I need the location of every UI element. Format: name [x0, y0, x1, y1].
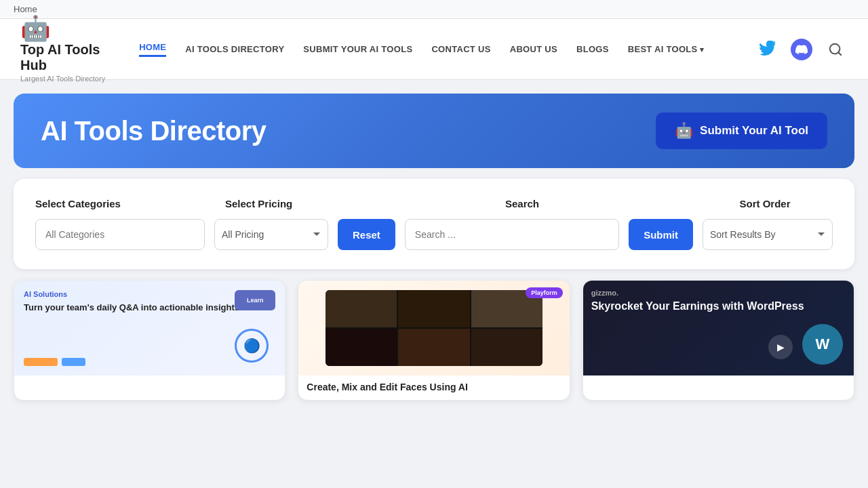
pricing-label: Select Pricing	[225, 198, 347, 209]
main-nav: HOME AI TOOLS DIRECTORY SUBMIT YOUR AI T…	[139, 42, 755, 57]
twitter-icon[interactable]	[755, 37, 780, 62]
card-2-headline: Create, Mix and Edit Faces Using AI	[307, 381, 561, 393]
nav-blogs[interactable]: BLOGS	[576, 44, 609, 54]
card-1-image: AI Solutions Turn your team's daily Q&A …	[14, 281, 285, 375]
discord-icon[interactable]	[791, 39, 812, 60]
nav-about[interactable]: ABOUT US	[510, 44, 557, 54]
card-2-content: Create, Mix and Edit Faces Using AI	[298, 375, 569, 400]
category-input[interactable]	[35, 219, 205, 250]
filter-inputs: All Pricing Free Paid Freemium Reset Sub…	[35, 219, 833, 250]
search-input[interactable]	[405, 219, 619, 250]
banner: AI Tools Directory 🤖 Submit Your AI Tool	[14, 94, 854, 168]
pricing-select[interactable]: All Pricing Free Paid Freemium	[214, 219, 328, 250]
banner-title: AI Tools Directory	[41, 116, 267, 146]
card-3-image: gizzmo. Skyrocket Your Earnings with Wor…	[583, 281, 854, 375]
nav-contact[interactable]: CONTACT US	[431, 44, 490, 54]
nav-best-ai-tools[interactable]: BEST AI TOOLS	[628, 44, 705, 54]
tool-card-3[interactable]: gizzmo. Skyrocket Your Earnings with Wor…	[583, 280, 854, 401]
categories-label: Select Categories	[35, 198, 212, 209]
sort-label: Sort Order	[697, 198, 833, 209]
nav-submit-tools[interactable]: SUBMIT YOUR AI TOOLS	[303, 44, 412, 54]
breadcrumb: Home	[0, 0, 868, 19]
breadcrumb-text: Home	[14, 4, 37, 14]
tool-card-1[interactable]: AI Solutions Turn your team's daily Q&A …	[14, 280, 285, 401]
card-3-headline: Skyrocket Your Earnings with WordPress	[591, 300, 846, 314]
header-search-icon[interactable]	[823, 37, 848, 62]
sort-select[interactable]: Sort Results By Newest Oldest	[703, 219, 833, 250]
header: 🤖 Top AI Tools Hub Largest AI Tools Dire…	[0, 19, 868, 80]
tool-card-2[interactable]: Playform Create, Mix and Edit Faces Usin…	[298, 280, 570, 401]
card-2-image: Playform	[298, 281, 569, 375]
svg-line-1	[838, 52, 841, 55]
submit-btn-icon: 🤖	[675, 122, 693, 140]
submit-btn-label: Submit Your AI Tool	[700, 124, 808, 138]
search-label: Search	[361, 198, 684, 209]
logo-subtitle: Largest AI Tools Directory	[20, 75, 105, 83]
reset-button[interactable]: Reset	[338, 219, 395, 250]
filter-section: Select Categories Select Pricing Search …	[14, 179, 854, 269]
submit-filter-button[interactable]: Submit	[629, 219, 693, 250]
logo-title: Top AI Tools Hub	[20, 42, 100, 73]
logo-icon: 🤖	[20, 16, 51, 41]
nav-ai-tools-directory[interactable]: AI TOOLS DIRECTORY	[185, 44, 284, 54]
cards-grid: AI Solutions Turn your team's daily Q&A …	[14, 280, 854, 401]
header-social-icons	[755, 37, 848, 62]
logo: 🤖 Top AI Tools Hub Largest AI Tools Dire…	[20, 16, 105, 83]
filter-labels: Select Categories Select Pricing Search …	[35, 198, 833, 209]
submit-ai-tool-button[interactable]: 🤖 Submit Your AI Tool	[656, 113, 827, 149]
nav-home[interactable]: HOME	[139, 42, 166, 57]
